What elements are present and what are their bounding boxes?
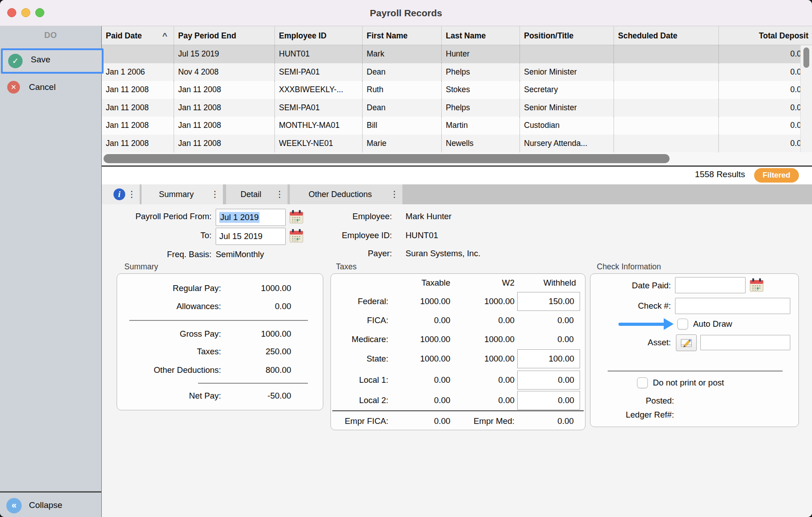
tab-detail[interactable]: Detail ⋮ [226, 184, 288, 204]
local2-taxable: 0.00 [434, 394, 450, 407]
empr-med-value: 0.00 [557, 415, 574, 428]
allowances-label: Allowances: [176, 300, 221, 313]
cell-first-name: Ruth [363, 81, 442, 99]
tab-other-deductions[interactable]: Other Deductions ⋮ [290, 184, 402, 204]
cell-scheduled-date [614, 45, 719, 63]
table-row[interactable]: Jan 1 2006 Nov 4 2008 SEMI-PA01 Dean Phe… [102, 63, 812, 81]
calendar-icon[interactable] [750, 278, 764, 292]
gross-pay-value: 1000.00 [261, 328, 291, 340]
empr-fica-value: 0.00 [434, 415, 450, 428]
asset-lookup-button[interactable] [676, 334, 697, 351]
summary-group-label: Summary [124, 262, 158, 272]
period-from-input[interactable]: Jul 1 2019 [216, 209, 286, 226]
cell-paid-date [102, 45, 174, 63]
asset-input[interactable] [700, 335, 790, 350]
table-row[interactable]: Jan 11 2008 Jan 11 2008 XXXBIWEEKLY-... … [102, 81, 812, 99]
medicare-taxable: 1000.00 [420, 333, 450, 346]
table-row[interactable]: Jan 11 2008 Jan 11 2008 SEMI-PA01 Dean P… [102, 99, 812, 117]
check-number-input[interactable] [675, 298, 790, 314]
horizontal-scrollbar[interactable] [102, 152, 812, 165]
tab-menu-icon[interactable]: ⋮ [127, 184, 136, 204]
withheld-column-header: Withheld [543, 277, 576, 289]
date-paid-input[interactable] [675, 277, 746, 293]
horizontal-scrollbar-thumb[interactable] [104, 154, 670, 163]
local2-label: Local 2: [359, 394, 388, 407]
cell-first-name: Dean [363, 63, 442, 81]
table-row[interactable]: Jul 15 2019 HUNT01 Mark Hunter 0.00 [102, 45, 812, 63]
save-button-label: Save [31, 55, 50, 65]
column-header-employee-id[interactable]: Employee ID [275, 26, 363, 45]
column-header-pay-period-end[interactable]: Pay Period End [174, 26, 275, 45]
federal-withheld-input[interactable]: 150.00 [517, 292, 580, 311]
column-header-paid-date[interactable]: Paid Date ^ [102, 26, 174, 45]
cell-pay-period-end: Jul 15 2019 [174, 45, 275, 63]
state-withheld-input[interactable]: 100.00 [517, 349, 580, 368]
cell-pay-period-end: Jan 11 2008 [174, 81, 275, 99]
tab-menu-icon[interactable]: ⋮ [211, 184, 219, 204]
period-to-value: Jul 15 2019 [219, 231, 263, 241]
federal-w2: 1000.00 [484, 295, 515, 308]
cell-employee-id: MONTHLY-MA01 [275, 117, 363, 135]
cell-paid-date: Jan 11 2008 [102, 135, 174, 153]
posted-label: Posted: [646, 395, 674, 407]
tab-menu-icon[interactable]: ⋮ [390, 184, 399, 204]
table-row[interactable]: Jan 11 2008 Jan 11 2008 WEEKLY-NE01 Mari… [102, 135, 812, 153]
summary-divider [129, 320, 308, 321]
do-not-print-checkbox[interactable] [637, 377, 648, 388]
cell-employee-id: HUNT01 [275, 45, 363, 63]
info-icon[interactable]: i [113, 188, 125, 200]
cell-scheduled-date [614, 81, 719, 99]
local1-withheld-input[interactable]: 0.00 [517, 371, 580, 390]
tab-bar: i ⋮ Summary ⋮ Detail ⋮ Other Deductions … [102, 184, 812, 204]
calendar-icon[interactable] [289, 210, 303, 224]
payer-label: Payer: [368, 247, 392, 260]
cell-position-title [520, 45, 614, 63]
column-header-first-name[interactable]: First Name [363, 26, 442, 45]
column-header-total-deposit[interactable]: Total Deposit [719, 26, 812, 45]
column-header-scheduled-date[interactable]: Scheduled Date [614, 26, 719, 45]
column-header-last-name[interactable]: Last Name [442, 26, 520, 45]
column-header-label: Paid Date [106, 31, 142, 40]
filtered-badge[interactable]: Filtered [754, 168, 799, 183]
taxes-label: Taxes: [197, 345, 221, 358]
save-button[interactable]: ✓ Save [1, 48, 104, 74]
cell-position-title: Senior Minister [520, 63, 614, 81]
vertical-scrollbar-thumb[interactable] [803, 47, 809, 68]
local2-withheld-value: 0.00 [558, 394, 574, 407]
calendar-icon[interactable] [289, 229, 303, 243]
employee-label: Employee: [353, 210, 392, 223]
local2-w2: 0.00 [498, 394, 515, 407]
cell-scheduled-date [614, 63, 719, 81]
period-to-input[interactable]: Jul 15 2019 [216, 228, 286, 245]
local2-withheld-input[interactable]: 0.00 [517, 391, 580, 410]
info-tab[interactable]: i ⋮ [102, 184, 140, 204]
vertical-scrollbar[interactable] [800, 45, 812, 152]
tab-label: Detail [226, 184, 276, 204]
tab-summary[interactable]: Summary ⋮ [142, 184, 223, 204]
cell-last-name: Phelps [442, 99, 520, 117]
payer-value: Suran Systems, Inc. [406, 247, 481, 260]
auto-draw-checkbox[interactable] [677, 319, 688, 329]
check-info-group-label: Check Information [597, 262, 661, 272]
taxes-value: 250.00 [265, 345, 291, 358]
check-panel-divider [608, 371, 783, 371]
table-row[interactable]: Jan 11 2008 Jan 11 2008 MONTHLY-MA01 Bil… [102, 117, 812, 135]
check-information-panel: Date Paid: [590, 273, 799, 427]
employee-value: Mark Hunter [406, 210, 452, 223]
cell-total-deposit: 0.00 [719, 99, 812, 117]
table-header-row: Paid Date ^ Pay Period End Employee ID F… [102, 26, 812, 45]
allowances-value: 0.00 [275, 300, 291, 313]
collapse-button[interactable]: « Collapse [0, 494, 102, 517]
auto-draw-label: Auto Draw [693, 318, 732, 330]
cell-paid-date: Jan 11 2008 [102, 99, 174, 117]
edit-pencil-icon [680, 338, 692, 348]
state-withheld-value: 100.00 [548, 352, 574, 365]
cell-employee-id: SEMI-PA01 [275, 63, 363, 81]
cell-pay-period-end: Jan 11 2008 [174, 99, 275, 117]
tab-menu-icon[interactable]: ⋮ [275, 184, 284, 204]
local1-w2: 0.00 [498, 374, 515, 386]
column-header-position-title[interactable]: Position/Title [520, 26, 614, 45]
fica-taxable: 0.00 [434, 314, 450, 327]
cancel-button[interactable]: ✕ Cancel [1, 79, 102, 97]
cell-scheduled-date [614, 99, 719, 117]
